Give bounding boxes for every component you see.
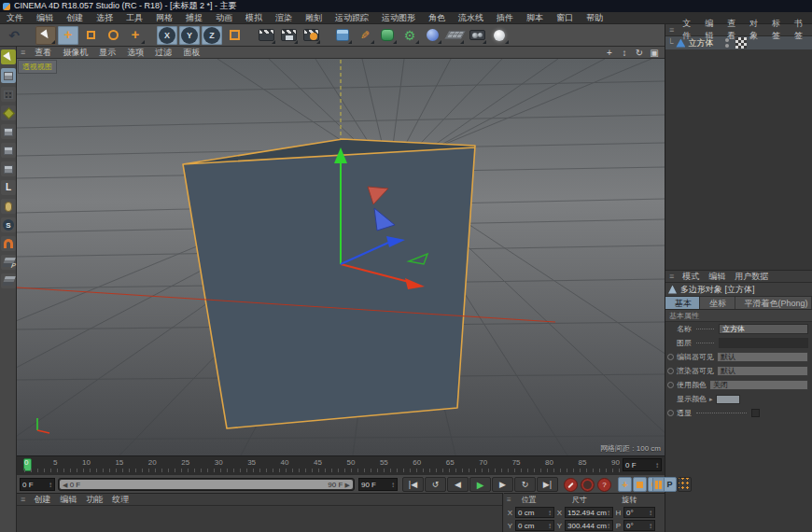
use-color-dropdown[interactable]: 关闭: [709, 380, 808, 390]
menu-item-8[interactable]: 模拟: [239, 12, 269, 24]
current-frame-field[interactable]: 0 F ↕: [623, 458, 662, 471]
menu-item-13[interactable]: 角色: [422, 12, 452, 24]
rotate-view-icon[interactable]: ↻: [634, 48, 645, 58]
previous-frame-button[interactable]: ◀: [447, 477, 469, 492]
scale-tool[interactable]: [80, 26, 101, 45]
start-frame-field[interactable]: 0 F ↕: [20, 478, 55, 491]
make-editable-button[interactable]: [1, 49, 16, 64]
anim-track-icon[interactable]: [667, 354, 674, 360]
am-menu-userdata[interactable]: 用户数据: [730, 271, 773, 283]
xray-checkbox[interactable]: [751, 409, 760, 417]
menu-item-15[interactable]: 插件: [490, 12, 520, 24]
next-frame-button[interactable]: ▶: [492, 477, 513, 492]
move-tool[interactable]: +: [58, 26, 78, 45]
deformer-button[interactable]: ⚙: [399, 26, 420, 45]
keyframe-presets-button[interactable]: [652, 477, 665, 492]
display-color-swatch[interactable]: [716, 395, 740, 404]
position-y-field[interactable]: 0 cm↕: [515, 520, 554, 531]
anim-track-icon[interactable]: [667, 368, 674, 374]
key-position-toggle[interactable]: +: [618, 477, 632, 492]
expand-arrow-icon[interactable]: ▸: [709, 396, 713, 403]
viewport-menu-display[interactable]: 显示: [93, 47, 121, 59]
om-menu-tags[interactable]: 标签: [767, 18, 790, 42]
menu-item-11[interactable]: 运动跟踪: [329, 12, 375, 24]
render-visibility-dropdown[interactable]: 默认: [717, 366, 808, 376]
enable-snap-button[interactable]: S: [1, 217, 16, 232]
om-menu-bookmarks[interactable]: 书签: [790, 18, 812, 42]
viewport-menu-cameras[interactable]: 摄像机: [57, 47, 93, 59]
autokey-button[interactable]: [581, 478, 595, 492]
position-x-field[interactable]: 0 cm↕: [515, 507, 554, 518]
mat-menu-function[interactable]: 功能: [81, 494, 107, 506]
spinner-icon[interactable]: ↕: [649, 522, 652, 530]
primitive-cube-button[interactable]: [332, 26, 353, 45]
menu-item-12[interactable]: 运动图形: [375, 12, 422, 24]
texture-mode-button[interactable]: [1, 87, 16, 102]
spinner-icon[interactable]: ↕: [655, 461, 659, 469]
slider-left-arrow-icon[interactable]: ◀: [63, 482, 67, 488]
play-button[interactable]: ▶: [469, 477, 491, 492]
anim-track-icon[interactable]: [667, 382, 674, 388]
menu-item-18[interactable]: 帮助: [580, 12, 609, 24]
panel-grip-icon[interactable]: ≡: [17, 48, 29, 57]
panel-grip-icon[interactable]: ≡: [665, 25, 678, 35]
spinner-icon[interactable]: ↕: [548, 522, 552, 530]
subdivision-surface-button[interactable]: [377, 26, 398, 45]
menu-item-14[interactable]: 流水线: [452, 12, 490, 24]
menu-item-0[interactable]: 文件: [0, 12, 30, 24]
scene-canvas[interactable]: [17, 59, 665, 455]
visibility-dots-icon[interactable]: [725, 38, 729, 48]
menu-item-10[interactable]: 雕刻: [299, 12, 329, 24]
menu-item-2[interactable]: 创建: [60, 12, 90, 24]
spinner-icon[interactable]: ↕: [607, 522, 610, 530]
simulation-button[interactable]: [422, 26, 442, 45]
key-parameter-toggle[interactable]: P: [663, 477, 677, 492]
frame-range-slider[interactable]: ◀ 0 F 90 F ▶: [58, 478, 355, 491]
workplane-lock-button[interactable]: P: [1, 255, 16, 270]
menu-item-6[interactable]: 捕捉: [179, 12, 209, 24]
edges-mode-button[interactable]: [1, 143, 16, 158]
zoom-view-icon[interactable]: ↕: [619, 48, 630, 58]
om-menu-objects[interactable]: 对象: [745, 18, 767, 42]
view-label[interactable]: 透视视图: [18, 60, 57, 74]
rotation-h-field[interactable]: 0°↕: [623, 507, 655, 518]
polygons-mode-button[interactable]: [1, 161, 16, 176]
menu-item-16[interactable]: 脚本: [520, 12, 550, 24]
menu-item-3[interactable]: 选择: [90, 12, 119, 24]
enable-axis-button[interactable]: L: [1, 180, 16, 195]
range-slider-bar[interactable]: ◀ 0 F 90 F ▶: [60, 480, 353, 489]
floor-button[interactable]: [444, 26, 465, 45]
panel-grip-icon[interactable]: ≡: [17, 495, 29, 504]
anim-track-icon[interactable]: [667, 410, 674, 416]
previous-key-button[interactable]: ↺: [425, 477, 446, 492]
object-manager-list[interactable]: └ 立方体: [665, 36, 812, 271]
am-menu-edit[interactable]: 编辑: [704, 271, 730, 283]
mat-menu-create[interactable]: 创建: [29, 494, 55, 506]
mat-menu-edit[interactable]: 编辑: [55, 494, 81, 506]
spline-pen-button[interactable]: ✎: [355, 26, 375, 45]
menu-item-17[interactable]: 窗口: [550, 12, 580, 24]
spinner-icon[interactable]: ↕: [49, 481, 52, 489]
quantize-button[interactable]: [1, 236, 16, 251]
spinner-icon[interactable]: ↕: [649, 509, 652, 517]
spinner-icon[interactable]: ↕: [607, 509, 610, 517]
coordinate-system-button[interactable]: [224, 26, 245, 45]
viewport[interactable]: ≡ 查看 摄像机 显示 选项 过滤 面板 + ↕ ↻ ▣ 透视视图: [17, 47, 665, 455]
size-y-field[interactable]: 300.444 cm↕: [565, 520, 613, 531]
points-mode-button[interactable]: [1, 124, 16, 139]
maximize-view-icon[interactable]: ▣: [649, 48, 660, 58]
viewport-solo-button[interactable]: [1, 199, 16, 214]
camera-button[interactable]: [467, 26, 487, 45]
next-key-button[interactable]: ↻: [514, 477, 536, 492]
viewport-menu-panel[interactable]: 面板: [177, 47, 205, 59]
workplane-mode-button[interactable]: [1, 105, 16, 120]
menu-item-9[interactable]: 渲染: [269, 12, 299, 24]
cube-object[interactable]: [183, 139, 475, 428]
panel-grip-icon[interactable]: ≡: [504, 496, 514, 504]
live-selection-tool[interactable]: [35, 26, 56, 45]
pan-view-icon[interactable]: +: [604, 48, 615, 58]
spinner-icon[interactable]: ↕: [391, 481, 395, 489]
light-button[interactable]: [489, 26, 510, 45]
slider-right-arrow-icon[interactable]: ▶: [345, 482, 350, 488]
menu-item-7[interactable]: 动画: [209, 12, 239, 24]
